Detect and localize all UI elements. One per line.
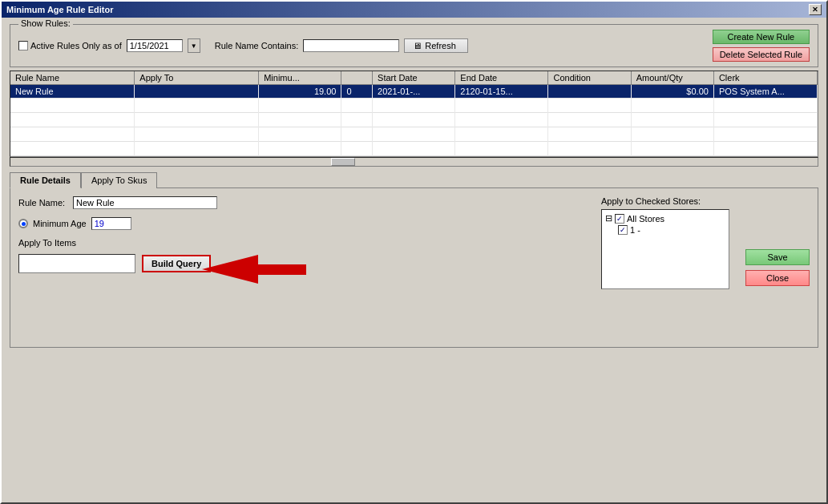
show-rules-label: Show Rules: — [18, 18, 73, 28]
cell-zero: 0 — [341, 85, 373, 99]
red-arrow — [202, 247, 306, 291]
minimum-age-row: Minimum Age — [18, 217, 569, 230]
table-body: New Rule 19.00 0 2021-01-... 2120-01-15.… — [10, 85, 818, 156]
rules-table: Rule Name Apply To Minimu... Start Date … — [10, 71, 818, 156]
minimum-age-label: Minimum Age — [33, 219, 87, 228]
svg-marker-0 — [202, 255, 306, 284]
table-row[interactable] — [10, 99, 818, 113]
stores-tree[interactable]: ⊟ All Stores 1 - — [601, 209, 729, 289]
minimum-age-radio[interactable] — [18, 219, 28, 228]
tab-apply-to-skus[interactable]: Apply To Skus — [81, 172, 158, 188]
form-right-col: Apply to Checked Stores: ⊟ All Stores 1 … — [601, 196, 729, 289]
col-clerk[interactable]: Clerk — [713, 71, 817, 85]
action-buttons: Save Close — [745, 196, 810, 289]
rule-name-contains-label: Rule Name Contains: — [215, 41, 299, 50]
active-rules-checkbox-label[interactable]: Active Rules Only as of — [18, 41, 122, 50]
tabs-container: Rule Details Apply To Skus — [10, 171, 818, 187]
cell-amount-qty: $0.00 — [631, 85, 713, 99]
cell-minimum: 19.00 — [259, 85, 341, 99]
date-dropdown-button[interactable]: ▼ — [188, 38, 200, 53]
scrollbar-thumb[interactable] — [331, 158, 355, 166]
form-left-col: Rule Name: Minimum Age Apply To Items — [18, 196, 569, 289]
rule-name-row: Rule Name: — [18, 196, 569, 209]
window-title: Minimum Age Rule Editor — [6, 5, 113, 14]
main-window: Minimum Age Rule Editor ✕ Show Rules: Ac… — [0, 0, 828, 504]
refresh-icon: 🖥 — [413, 41, 422, 50]
rule-name-label: Rule Name: — [18, 198, 67, 208]
save-button[interactable]: Save — [745, 249, 810, 265]
all-stores-checkbox[interactable] — [615, 214, 624, 224]
rule-name-input[interactable] — [73, 196, 217, 209]
rules-table-container: Rule Name Apply To Minimu... Start Date … — [10, 71, 818, 157]
col-minimum[interactable]: Minimu... — [259, 71, 341, 85]
cell-apply-to — [135, 85, 259, 99]
title-bar: Minimum Age Rule Editor ✕ — [2, 2, 826, 18]
delete-selected-button[interactable]: Delete Selected Rule — [713, 47, 810, 62]
tab-content: Rule Name: Minimum Age Apply To Items — [10, 187, 818, 348]
bottom-section: Build Query — [18, 254, 569, 273]
apply-items-row: Build Query — [18, 254, 211, 273]
cell-clerk: POS System A... — [713, 85, 817, 99]
horizontal-scrollbar[interactable] — [10, 157, 818, 167]
close-button[interactable]: Close — [745, 270, 810, 286]
col-end-date[interactable]: End Date — [455, 71, 548, 85]
date-input[interactable] — [127, 39, 183, 52]
tree-item-all-stores[interactable]: ⊟ All Stores — [605, 213, 725, 224]
show-rules-box: Show Rules: Active Rules Only as of ▼ Ru… — [10, 24, 818, 67]
tree-item-store-1[interactable]: 1 - — [618, 225, 725, 235]
table-row[interactable] — [10, 127, 818, 142]
refresh-button[interactable]: 🖥 Refresh — [404, 38, 468, 53]
rule-name-filter-input[interactable] — [303, 39, 399, 52]
col-blank — [341, 71, 373, 85]
active-rules-checkbox[interactable] — [18, 41, 28, 50]
cell-end-date: 2120-01-15... — [455, 85, 548, 99]
create-new-button[interactable]: Create New Rule — [713, 30, 810, 44]
table-header: Rule Name Apply To Minimu... Start Date … — [10, 71, 818, 85]
apply-to-stores-label: Apply to Checked Stores: — [601, 196, 701, 206]
store-1-label: 1 - — [630, 225, 640, 235]
tab-section: Rule Details Apply To Skus Rule Name: — [10, 171, 818, 348]
col-amount-qty[interactable]: Amount/Qty — [631, 71, 713, 85]
filter-buttons: Create New Rule Delete Selected Rule — [713, 30, 810, 62]
apply-to-items-section: Apply To Items Build Query — [18, 238, 569, 273]
form-two-col: Rule Name: Minimum Age Apply To Items — [18, 196, 810, 289]
query-input[interactable] — [18, 254, 135, 273]
col-start-date[interactable]: Start Date — [373, 71, 455, 85]
expand-icon: ⊟ — [605, 213, 612, 224]
store-1-checkbox[interactable] — [618, 225, 628, 235]
active-rules-label: Active Rules Only as of — [30, 41, 122, 50]
table-row[interactable]: New Rule 19.00 0 2021-01-... 2120-01-15.… — [10, 85, 818, 99]
table-row[interactable] — [10, 142, 818, 156]
all-stores-label: All Stores — [627, 214, 664, 224]
cell-start-date: 2021-01-... — [373, 85, 455, 99]
tab-rule-details[interactable]: Rule Details — [10, 172, 81, 188]
cell-rule-name: New Rule — [10, 85, 135, 99]
apply-to-items-label: Apply To Items — [18, 238, 569, 248]
cell-condition — [548, 85, 631, 99]
col-rule-name[interactable]: Rule Name — [10, 71, 135, 85]
col-condition[interactable]: Condition — [548, 71, 631, 85]
table-row[interactable] — [10, 113, 818, 127]
filter-row: Active Rules Only as of ▼ Rule Name Cont… — [18, 38, 468, 53]
build-query-wrapper: Build Query — [142, 255, 211, 272]
close-window-button[interactable]: ✕ — [809, 4, 822, 15]
build-query-button[interactable]: Build Query — [142, 255, 211, 272]
radio-inner — [22, 222, 26, 226]
minimum-age-input[interactable] — [91, 217, 131, 230]
col-apply-to[interactable]: Apply To — [135, 71, 259, 85]
